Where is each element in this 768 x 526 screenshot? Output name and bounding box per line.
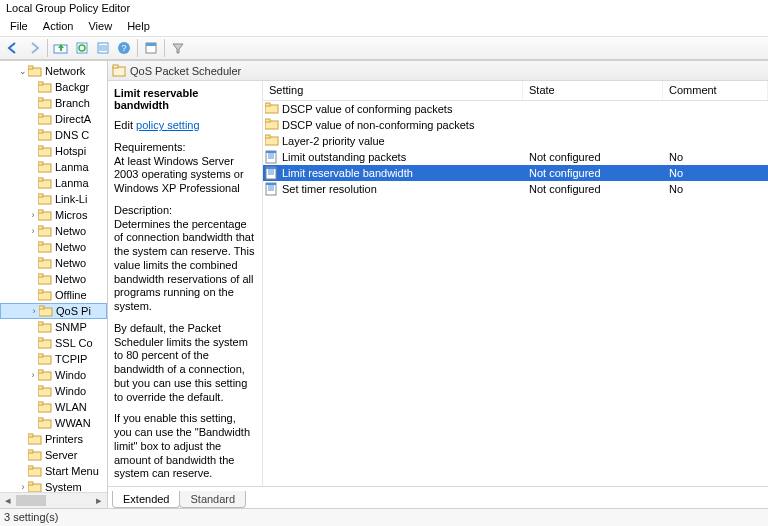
- tree-item[interactable]: TCPIP: [0, 351, 107, 367]
- tree-item[interactable]: ›Netwo: [0, 223, 107, 239]
- column-state[interactable]: State: [523, 81, 663, 100]
- svg-rect-87: [266, 183, 276, 185]
- tree-label: QoS Pi: [56, 305, 91, 317]
- tree-item[interactable]: Hotspi: [0, 143, 107, 159]
- selected-setting-heading: Limit reservable bandwidth: [114, 87, 256, 111]
- detail-pane: QoS Packet Scheduler Limit reservable ba…: [108, 61, 768, 508]
- node-icon: [112, 64, 126, 78]
- help-icon: ?: [117, 41, 131, 55]
- tree-item[interactable]: Netwo: [0, 271, 107, 287]
- tree-item[interactable]: Offline: [0, 287, 107, 303]
- forward-button[interactable]: [24, 38, 44, 58]
- row-comment: No: [663, 183, 768, 195]
- column-setting[interactable]: Setting: [263, 81, 523, 100]
- list-row[interactable]: Set timer resolutionNot configuredNo: [263, 181, 768, 197]
- tree-label: Server: [45, 449, 77, 461]
- setting-icon: [265, 182, 279, 196]
- up-folder-icon: [53, 41, 69, 55]
- tree-horizontal-scrollbar[interactable]: ◂ ▸: [0, 492, 107, 508]
- properties-button[interactable]: [141, 38, 161, 58]
- toolbar: ?: [0, 36, 768, 60]
- tree-item[interactable]: WWAN: [0, 415, 107, 431]
- row-setting: DSCP value of conforming packets: [282, 103, 452, 115]
- window-title: Local Group Policy Editor: [6, 2, 130, 14]
- list-row[interactable]: DSCP value of conforming packets: [263, 101, 768, 117]
- list-row[interactable]: Layer-2 priority value: [263, 133, 768, 149]
- list-row[interactable]: Limit reservable bandwidthNot configured…: [263, 165, 768, 181]
- svg-rect-43: [38, 338, 43, 341]
- tree-item[interactable]: Start Menu: [0, 463, 107, 479]
- list-row[interactable]: Limit outstanding packetsNot configuredN…: [263, 149, 768, 165]
- tree-item[interactable]: Windo: [0, 383, 107, 399]
- tree-item[interactable]: ›QoS Pi: [0, 303, 107, 319]
- tree-label: Lanma: [55, 161, 89, 173]
- tab-standard[interactable]: Standard: [179, 491, 246, 508]
- up-button[interactable]: [51, 38, 71, 58]
- menu-action[interactable]: Action: [37, 18, 80, 34]
- scrollbar-track[interactable]: [16, 493, 91, 508]
- window-titlebar: Local Group Policy Editor: [0, 0, 768, 18]
- tree-item[interactable]: ›Micros: [0, 207, 107, 223]
- svg-rect-53: [38, 418, 43, 421]
- svg-rect-51: [38, 402, 43, 405]
- scrollbar-thumb[interactable]: [16, 495, 46, 506]
- svg-rect-7: [146, 43, 156, 46]
- scroll-right-arrow-icon[interactable]: ▸: [91, 493, 107, 508]
- svg-rect-77: [265, 103, 270, 106]
- status-text: 3 setting(s): [4, 511, 58, 523]
- menu-file[interactable]: File: [4, 18, 34, 34]
- tree-item[interactable]: DirectA: [0, 111, 107, 127]
- tree-label: Network: [45, 65, 85, 77]
- tree-item-network[interactable]: ⌄Network: [0, 63, 107, 79]
- help-button[interactable]: ?: [114, 38, 134, 58]
- back-button[interactable]: [3, 38, 23, 58]
- refresh-button[interactable]: [72, 38, 92, 58]
- properties-icon: [144, 41, 158, 55]
- tree-item[interactable]: Netwo: [0, 255, 107, 271]
- tree-label: Branch: [55, 97, 90, 109]
- tree-item[interactable]: WLAN: [0, 399, 107, 415]
- tree-item[interactable]: Lanma: [0, 159, 107, 175]
- edit-policy-link[interactable]: policy setting: [136, 119, 200, 131]
- description-label: Description:: [114, 204, 172, 216]
- tree-item[interactable]: DNS C: [0, 127, 107, 143]
- menu-help[interactable]: Help: [121, 18, 156, 34]
- column-comment[interactable]: Comment: [663, 81, 768, 100]
- svg-rect-79: [265, 119, 270, 122]
- list-row[interactable]: DSCP value of non-conforming packets: [263, 117, 768, 133]
- svg-rect-61: [28, 482, 33, 485]
- tree-label: Windo: [55, 369, 86, 381]
- list-header[interactable]: Setting State Comment: [263, 81, 768, 101]
- svg-rect-75: [113, 65, 118, 68]
- navigation-tree[interactable]: ⌄NetworkBackgrBranchDirectADNS CHotspiLa…: [0, 61, 108, 508]
- tree-label: SNMP: [55, 321, 87, 333]
- tree-item[interactable]: ›Windo: [0, 367, 107, 383]
- tree-item[interactable]: Backgr: [0, 79, 107, 95]
- menu-view[interactable]: View: [82, 18, 118, 34]
- tree-item[interactable]: Netwo: [0, 239, 107, 255]
- tree-item[interactable]: Branch: [0, 95, 107, 111]
- tree-label: Backgr: [55, 81, 89, 93]
- tree-item[interactable]: Lanma: [0, 175, 107, 191]
- svg-rect-13: [38, 98, 43, 101]
- tree-item[interactable]: SSL Co: [0, 335, 107, 351]
- tree-item[interactable]: SNMP: [0, 319, 107, 335]
- tree-label: WWAN: [55, 417, 91, 429]
- svg-rect-59: [28, 466, 33, 469]
- scroll-left-arrow-icon[interactable]: ◂: [0, 493, 16, 508]
- row-state: Not configured: [523, 183, 663, 195]
- list-body: DSCP value of conforming packetsDSCP val…: [263, 101, 768, 486]
- tree-item[interactable]: Link-Li: [0, 191, 107, 207]
- tree-label: DNS C: [55, 129, 89, 141]
- svg-rect-45: [38, 354, 43, 357]
- row-setting: DSCP value of non-conforming packets: [282, 119, 474, 131]
- svg-rect-9: [28, 66, 33, 69]
- row-setting: Layer-2 priority value: [282, 135, 385, 147]
- export-list-button[interactable]: [93, 38, 113, 58]
- svg-rect-47: [38, 370, 43, 373]
- tab-extended[interactable]: Extended: [112, 491, 180, 508]
- tree-item[interactable]: Printers: [0, 431, 107, 447]
- row-setting: Limit outstanding packets: [282, 151, 406, 163]
- filter-button[interactable]: [168, 38, 188, 58]
- tree-item[interactable]: Server: [0, 447, 107, 463]
